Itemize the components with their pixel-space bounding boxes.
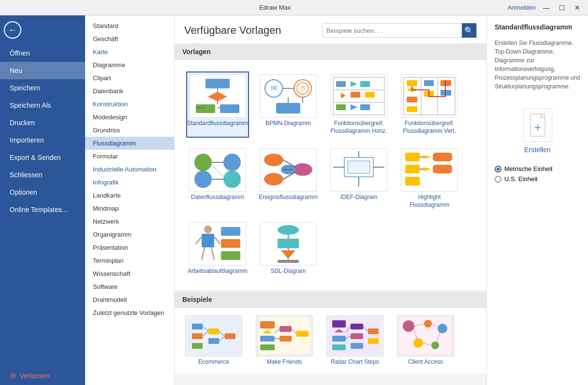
svg-marker-65 xyxy=(423,167,432,171)
category-netzwerk[interactable]: Netzwerk xyxy=(85,215,174,228)
template-highlight[interactable]: Highlight Flussdiagramm xyxy=(398,145,461,212)
sidebar-item-neu[interactable]: Neu xyxy=(0,62,85,79)
category-industrielle[interactable]: Industrielle Automation xyxy=(85,163,174,176)
back-button[interactable]: ← xyxy=(4,21,21,39)
category-clipart[interactable]: Clipart xyxy=(85,71,174,85)
category-konstruktion[interactable]: Konstruktion xyxy=(85,98,174,111)
unit-us-label: U.S. Einheit xyxy=(504,175,538,183)
category-organigramm[interactable]: Organigramm xyxy=(85,228,174,241)
svg-rect-69 xyxy=(433,165,452,173)
svg-rect-68 xyxy=(433,153,452,161)
svg-rect-2 xyxy=(196,104,215,113)
category-datenbank[interactable]: Datenbank xyxy=(85,85,174,98)
unit-metrisch[interactable]: Metrische Einheit xyxy=(495,165,580,172)
svg-marker-23 xyxy=(341,93,346,99)
radio-metrisch[interactable] xyxy=(495,166,501,172)
sidebar-label-importieren: Importieren xyxy=(10,136,44,144)
svg-rect-101 xyxy=(260,344,275,350)
category-geschaeft[interactable]: Geschäft xyxy=(85,32,174,45)
svg-rect-87 xyxy=(192,324,203,329)
arbeitsablauf-svg xyxy=(191,222,244,266)
template-standardfluss[interactable]: Standardflussdiagramm xyxy=(186,71,249,138)
category-wissenschaft[interactable]: Wissenschaft xyxy=(85,267,174,280)
right-panel: Standardflussdiagramm Erstellen Sie Flus… xyxy=(486,15,588,385)
template-sdl[interactable]: SDL-Diagram xyxy=(257,219,320,278)
example-make-friends[interactable]: Make Friends xyxy=(253,315,316,365)
category-diagramme[interactable]: Diagramme xyxy=(85,58,174,71)
template-arbeitsablauf[interactable]: Arbeitsablaufdiagramm xyxy=(186,219,249,278)
sidebar-item-optionen[interactable]: Optionen xyxy=(0,184,85,201)
svg-line-47 xyxy=(212,165,223,177)
category-flussdiagramm[interactable]: Flussdiagramm xyxy=(85,137,174,150)
highlight-svg xyxy=(403,150,456,190)
category-landkarte[interactable]: Landkarte xyxy=(85,189,174,202)
idef-svg xyxy=(332,150,385,190)
sidebar-item-verlassen[interactable]: ⊖ Verlassen xyxy=(0,366,85,385)
svg-marker-64 xyxy=(423,155,432,159)
svg-rect-103 xyxy=(279,336,292,342)
sidebar-item-importieren[interactable]: Importieren xyxy=(0,131,85,149)
template-datenfluss[interactable]: Datenflussdiagramm xyxy=(186,145,249,212)
category-modedesign[interactable]: Modedesign xyxy=(85,111,174,124)
svg-point-40 xyxy=(194,154,212,171)
svg-rect-76 xyxy=(221,227,240,236)
category-mindmap[interactable]: Mindmap xyxy=(85,202,174,215)
sidebar-item-online-templates[interactable]: Online Templates... xyxy=(0,201,85,218)
svg-point-125 xyxy=(413,338,423,348)
category-formular[interactable]: Formular xyxy=(85,150,174,163)
svg-rect-98 xyxy=(260,321,275,328)
sidebar-item-oeffnen[interactable]: Öffnen xyxy=(0,44,85,62)
svg-rect-36 xyxy=(424,80,434,86)
example-client-access[interactable]: Client Access xyxy=(394,315,457,365)
category-software[interactable]: Software xyxy=(85,280,174,293)
svg-line-73 xyxy=(214,237,220,244)
template-ereignisfluss[interactable]: Ereignisflussdiagramm xyxy=(257,145,320,212)
search-box: 🔍 xyxy=(322,23,477,38)
create-button[interactable]: Erstellen xyxy=(524,146,550,154)
category-drahtmodell[interactable]: Drahtmodell xyxy=(85,293,174,306)
svg-rect-113 xyxy=(351,324,363,329)
svg-point-42 xyxy=(194,171,212,188)
category-zuletzt[interactable]: Zuletzt genutzte Vorlagen xyxy=(85,306,174,319)
close-button[interactable]: ✕ xyxy=(571,3,584,13)
unit-us[interactable]: U.S. Einheit xyxy=(495,175,580,183)
template-funktions-vert[interactable]: Funktionsübergreif. Flussdiagramm Vert. xyxy=(398,71,461,138)
template-label-ereignis: Ereignisflussdiagramm xyxy=(259,194,317,201)
example-radar-chart[interactable]: Radar Chart Steps xyxy=(323,315,386,365)
minimize-button[interactable]: — xyxy=(540,3,553,13)
template-funktions-horiz[interactable]: Funktionsübergreif. Flussdiagramm Horiz. xyxy=(327,71,390,138)
search-input[interactable] xyxy=(323,25,462,36)
svg-line-74 xyxy=(202,247,205,260)
main-panel: Verfügbare Vorlagen 🔍 Vorlagen xyxy=(175,15,486,385)
example-ecommerce[interactable]: Ecommerce xyxy=(182,315,245,365)
svg-rect-25 xyxy=(365,92,375,98)
template-label-standardfluss: Standardflussdiagramm xyxy=(187,120,249,128)
category-terminplan[interactable]: Terminplan xyxy=(85,254,174,267)
search-button[interactable]: 🔍 xyxy=(462,23,476,38)
category-grundriss[interactable]: Grundriss xyxy=(85,124,174,137)
anmelden-link[interactable]: Anmelden xyxy=(507,4,536,11)
template-bpmn[interactable]: ✉ ⏱ BPMN-Diagramm xyxy=(257,71,320,138)
svg-rect-78 xyxy=(221,251,240,260)
new-file-icon xyxy=(528,113,547,137)
sidebar-item-speichern-als[interactable]: Speichern Als xyxy=(0,97,85,114)
template-idef[interactable]: IDEF-Diagram xyxy=(327,145,390,212)
sidebar-item-export[interactable]: Export & Senden xyxy=(0,149,85,166)
svg-line-72 xyxy=(196,237,202,244)
sidebar-item-drucken[interactable]: Drucken xyxy=(0,114,85,131)
svg-rect-71 xyxy=(202,234,214,247)
category-infografik[interactable]: Infografik xyxy=(85,176,174,189)
svg-rect-24 xyxy=(351,92,360,98)
category-karte[interactable]: Karte xyxy=(85,45,174,58)
svg-point-126 xyxy=(431,342,439,349)
svg-rect-56 xyxy=(348,161,370,173)
create-icon[interactable] xyxy=(523,108,552,142)
example-label-make-friends: Make Friends xyxy=(267,358,302,365)
category-standard[interactable]: Standard xyxy=(85,19,174,32)
radio-us[interactable] xyxy=(495,176,501,183)
example-label-client: Client Access xyxy=(408,358,443,365)
sidebar-item-speichern[interactable]: Speichern xyxy=(0,79,85,97)
category-praesentation[interactable]: Präsentation xyxy=(85,241,174,254)
sidebar-item-schliessen[interactable]: Schliessen xyxy=(0,166,85,184)
maximize-button[interactable]: ☐ xyxy=(555,3,569,13)
